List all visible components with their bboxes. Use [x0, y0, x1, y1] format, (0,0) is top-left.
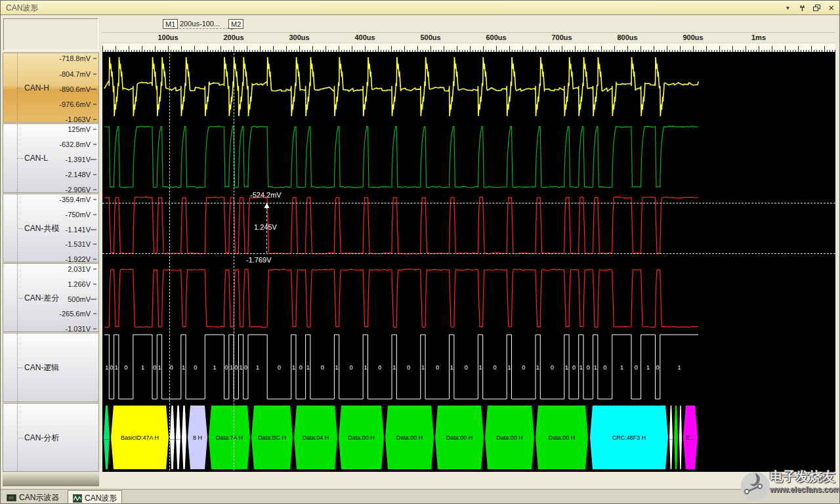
scale-label: -1.922V: [65, 255, 91, 263]
logic-bit-label: 1: [292, 364, 295, 371]
channel-label: CAN-逻辑: [24, 362, 59, 373]
channel-row-3[interactable]: CAN-共模-359.4mV-750mV-1.141V-1.531V-1.922…: [3, 194, 99, 262]
logic-bit-label: 1: [141, 364, 144, 371]
decoded-field-data00h[interactable]: Data:00 H: [385, 406, 434, 469]
logic-bit-label: 1: [105, 364, 108, 371]
time-label: 1ms: [751, 33, 766, 41]
logic-bit-label: 0: [587, 364, 590, 371]
logic-bit-label: 1: [579, 364, 583, 371]
time-axis-labels: 100us200us300us400us500us600us700us800us…: [102, 32, 835, 42]
scale-tick: [93, 129, 96, 130]
time-label: 500us: [420, 33, 440, 41]
time-label: 400us: [354, 33, 375, 41]
channel-sidebar: CAN-H-718.8mV-804.7mV-890.6mV-976.6mV-1.…: [2, 17, 100, 487]
channel-row-6[interactable]: CAN-分析: [3, 403, 99, 472]
restore-icon[interactable]: [811, 3, 822, 13]
logic-bit-label: 1: [536, 364, 539, 371]
scale-tick: [93, 174, 96, 175]
logic-bit-label: 0: [436, 364, 439, 371]
marker-m1[interactable]: M1: [163, 19, 178, 29]
window-buttons: ▼ ✕: [782, 3, 837, 13]
decoded-field-data00h[interactable]: Data:00 H: [435, 406, 484, 469]
logic-bit-label: 1: [421, 364, 425, 371]
channel-row-4[interactable]: CAN-差分2.031V1.266V500mV-265.6mV-1.031V: [3, 263, 99, 332]
decoded-field-crc48f3h[interactable]: CRC:48F3 H: [590, 406, 668, 469]
scale-label: 1.266V: [68, 280, 91, 288]
cursor-m1-line[interactable]: [169, 53, 170, 471]
logic-bit-label: 0: [378, 364, 381, 371]
measure-value-delta: 1.245V: [254, 223, 277, 231]
channel-label: CAN-共模: [24, 222, 59, 234]
logic-bit-label: 1: [240, 364, 243, 371]
time-label: 900us: [682, 33, 703, 41]
logic-bit-label: 0: [321, 364, 324, 371]
cursor-m2-line[interactable]: [234, 53, 234, 471]
scale-tick: [93, 314, 96, 314]
measure-line-top[interactable]: [102, 203, 835, 203]
tree-line: [17, 88, 23, 89]
close-icon[interactable]: ✕: [826, 3, 837, 13]
tab-can-oscilloscope[interactable]: CAN示波器: [2, 491, 64, 504]
time-label: 300us: [289, 33, 309, 41]
time-label: 100us: [158, 33, 178, 41]
channel-label: CAN-L: [24, 154, 48, 163]
scale-tick: [93, 144, 96, 145]
scale-tick: [93, 74, 96, 74]
decoded-field-data04h[interactable]: Data:04 H: [294, 406, 337, 469]
time-label: 800us: [617, 33, 637, 41]
sidebar-header-box: [3, 18, 98, 51]
scale-tick: [93, 244, 96, 245]
measure-line-bottom[interactable]: [102, 253, 835, 254]
logic-bit-label: 0: [465, 364, 468, 371]
decoded-field-basicid47ah[interactable]: BasicID:47A H: [111, 406, 169, 469]
logic-bit-label: 0: [603, 364, 606, 371]
time-ruler[interactable]: [102, 43, 835, 52]
decoded-field-data00h[interactable]: Data:00 H: [536, 406, 588, 469]
channel-label: CAN-差分: [24, 292, 59, 303]
bottom-tab-bar: CAN示波器 CAN波形: [1, 489, 839, 504]
marker-m2[interactable]: M2: [228, 19, 243, 29]
tab-can-waveform[interactable]: CAN波形: [68, 490, 122, 504]
logic-bit-label: 1: [677, 364, 681, 371]
logic-bit-label: 0: [407, 364, 410, 371]
scale-tick: [91, 229, 96, 230]
scale-tick: [93, 269, 96, 270]
channel-row-5[interactable]: CAN-逻辑: [3, 333, 99, 402]
oscilloscope-icon: [7, 494, 16, 501]
panel-title-bar[interactable]: CAN波形 ▼ ✕: [1, 1, 839, 15]
scale-label: -718.8mV: [59, 54, 91, 62]
logic-bit-label: 1: [115, 364, 118, 371]
channel-row-1[interactable]: CAN-H-718.8mV-804.7mV-890.6mV-976.6mV-1.…: [3, 52, 99, 123]
scale-tick: [93, 104, 96, 104]
decoded-field-e[interactable]: E...: [683, 406, 698, 469]
scale-label: -1.031V: [65, 325, 91, 333]
decoded-field-data00h[interactable]: Data:00 H: [485, 406, 534, 469]
logic-bit-label: 0: [153, 364, 156, 371]
logic-bit-label: 1: [256, 364, 259, 371]
scale-tick: [93, 259, 96, 259]
logic-bit-label: 1: [213, 364, 216, 371]
scale-label: -1.531V: [65, 240, 91, 248]
logic-bit-label: 0: [170, 364, 173, 371]
pin-icon[interactable]: [797, 3, 808, 13]
decoded-field-8h[interactable]: 8 H: [188, 406, 207, 469]
scale-tick: [91, 299, 96, 299]
marker-delta-label: 200us-100...: [180, 19, 220, 29]
decoded-field-databch[interactable]: Data:BC H: [251, 406, 293, 469]
tree-line: [17, 368, 23, 368]
decoded-field-data00h[interactable]: Data:00 H: [339, 406, 384, 469]
channel-row-2[interactable]: CAN-L125mV-632.8mV-1.391V-2.148V-2.906V: [3, 123, 99, 193]
measure-value-top: -524.2mV: [250, 191, 282, 199]
decoded-field-data7ah[interactable]: Data:7A H: [209, 406, 250, 469]
logic-bit-label: 1: [364, 364, 367, 371]
waveform-plot[interactable]: 1010101010101010101010101010101010101010…: [102, 52, 835, 472]
tree-line: [17, 298, 23, 299]
dropdown-icon[interactable]: ▼: [782, 3, 793, 13]
logic-bit-label: 0: [572, 364, 576, 371]
logic-bit-label: 0: [278, 364, 281, 371]
logic-bit-label: 0: [110, 364, 113, 371]
scale-label: -359.4mV: [59, 196, 91, 203]
logic-bit-label: 0: [244, 364, 247, 371]
logic-bit-label: 0: [194, 364, 197, 371]
scale-label: 500mV: [68, 295, 91, 303]
